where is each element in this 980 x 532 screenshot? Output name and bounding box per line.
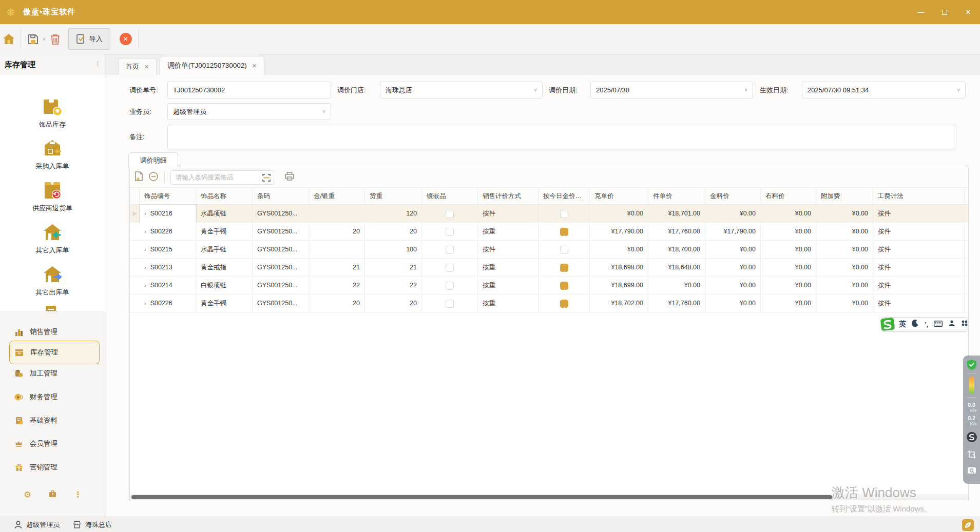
home-button[interactable]	[0, 29, 17, 49]
table-row[interactable]: ›S00214白银项链GYS001250...2222按重¥18,699.00¥…	[130, 277, 969, 294]
unchecked-checkbox-icon[interactable]	[446, 282, 454, 290]
tab-home[interactable]: 首页 ✕	[118, 58, 157, 75]
column-header[interactable]: 金/银重	[309, 188, 365, 205]
grid-cell[interactable]: ¥0.00	[761, 294, 816, 312]
horizontal-scrollbar[interactable]	[130, 494, 968, 500]
grid-cell[interactable]: 按件	[873, 259, 965, 277]
grid-cell[interactable]	[309, 205, 365, 223]
maximize-button[interactable]	[933, 0, 956, 24]
grid-cell[interactable]: 按重	[478, 277, 539, 294]
row-expand-icon[interactable]: ›	[144, 282, 146, 288]
grid-cell[interactable]	[965, 259, 969, 277]
grid-cell[interactable]: 按件	[873, 241, 965, 259]
grid-cell[interactable]: ¥0.00	[705, 259, 761, 277]
grid-cell[interactable]: ¥17,790.00	[705, 223, 761, 241]
current-store[interactable]: 海珠总店	[73, 520, 112, 529]
checked-checkbox-icon[interactable]	[560, 282, 568, 290]
checkbox-cell[interactable]	[422, 294, 478, 312]
ime-language-toggle[interactable]: 英	[899, 320, 906, 329]
current-user[interactable]: 超级管理员	[14, 520, 60, 529]
save-button[interactable]	[24, 29, 42, 49]
grid-cell[interactable]: ¥0.00	[816, 241, 873, 259]
column-header[interactable]: 工费计法	[873, 188, 965, 205]
column-header[interactable]: 附加费	[816, 188, 873, 205]
checkbox-cell[interactable]	[422, 259, 478, 277]
grid-cell[interactable]: 按件	[478, 241, 539, 259]
grid-cell[interactable]: 黄金戒指	[196, 259, 253, 277]
checked-checkbox-icon[interactable]	[560, 300, 568, 308]
salesman-select[interactable]: 超级管理员˅	[167, 103, 331, 120]
grid-cell[interactable]: ¥17,760.00	[648, 223, 705, 241]
grid-cell[interactable]: 120	[365, 205, 422, 223]
row-expand-icon[interactable]: ›	[144, 246, 146, 252]
column-header[interactable]: 销售单价	[965, 188, 969, 205]
grid-cell[interactable]: ¥0.00	[705, 277, 761, 294]
grid-cell[interactable]: ¥0.00	[590, 205, 648, 223]
unchecked-checkbox-icon[interactable]	[446, 300, 454, 308]
unchecked-checkbox-icon[interactable]	[446, 246, 454, 254]
unchecked-checkbox-icon[interactable]	[446, 210, 454, 218]
grid-cell[interactable]	[965, 205, 969, 223]
briefcase-icon[interactable]	[49, 490, 56, 500]
table-row[interactable]: ›S00215水晶手链GYS001250...100按件¥0.00¥18,700…	[130, 241, 969, 259]
barcode-scan-icon[interactable]	[262, 174, 271, 184]
add-row-button[interactable]	[134, 171, 144, 184]
save-dropdown-button[interactable]: ˅	[43, 36, 46, 42]
column-header[interactable]: 克单价	[590, 188, 648, 205]
checkbox-cell[interactable]	[539, 205, 590, 223]
grid-cell[interactable]: ¥0.00	[761, 277, 816, 294]
grid-cell[interactable]: ¥0.00	[705, 241, 761, 259]
ime-input-method-icon[interactable]	[948, 320, 955, 329]
grid-cell-code[interactable]: ›S00215	[140, 241, 196, 259]
delete-button[interactable]	[47, 29, 64, 49]
ime-moon-icon[interactable]	[912, 320, 919, 329]
import-button[interactable]: 导入	[68, 28, 110, 50]
grid-cell[interactable]: 20	[309, 223, 365, 241]
grid-cell[interactable]: 水晶项链	[196, 205, 253, 223]
tab-close-icon[interactable]: ✕	[144, 64, 149, 70]
grid-cell[interactable]: 水晶手链	[196, 241, 253, 259]
store-select[interactable]: 海珠总店˅	[380, 82, 543, 98]
unchecked-checkbox-icon[interactable]	[560, 246, 568, 254]
remove-row-button[interactable]	[148, 171, 159, 184]
menu-item-inventory[interactable]: 库存管理	[9, 341, 100, 364]
grid-cell[interactable]: ¥18,700.00	[648, 241, 705, 259]
grid-cell[interactable]: ¥0.00	[761, 205, 816, 223]
sidebar-collapse-button[interactable]: 〈	[91, 59, 101, 69]
grid-cell[interactable]: 黄金手镯	[196, 294, 253, 312]
checkbox-cell[interactable]	[422, 241, 478, 259]
grid-cell[interactable]: 20	[365, 294, 422, 312]
ime-toolbox-icon[interactable]	[961, 320, 968, 329]
row-expand-icon[interactable]: ›	[144, 210, 146, 216]
row-expand-icon[interactable]: ›	[144, 264, 146, 270]
checkbox-cell[interactable]	[422, 277, 478, 294]
sidebar-item-other-outbound[interactable]: 其它出库单	[0, 264, 105, 297]
tray-compass-button[interactable]	[962, 519, 974, 531]
grid-cell[interactable]: ¥18,701.00	[648, 205, 705, 223]
close-document-button[interactable]: ✕	[120, 33, 132, 45]
sidebar-item-other-inbound[interactable]: 其它入库单	[0, 222, 105, 255]
row-expand-icon[interactable]: ›	[144, 228, 146, 234]
tab-price-adjust[interactable]: 调价单(TJ001250730002) ✕	[160, 56, 264, 75]
sidebar-item-supplier-return[interactable]: 供应商退货单	[0, 180, 105, 213]
grid-cell[interactable]: 按件	[873, 223, 965, 241]
column-header[interactable]: 条码	[253, 188, 309, 205]
grid-cell[interactable]: 按件	[478, 205, 539, 223]
grid-cell[interactable]: 20	[309, 294, 365, 312]
checkbox-cell[interactable]	[539, 277, 590, 294]
close-window-button[interactable]: ✕	[956, 0, 980, 24]
grid-cell[interactable]: ¥0.00	[816, 277, 873, 294]
order-no-input[interactable]: TJ001250730002	[167, 82, 331, 98]
grid-cell[interactable]: ¥0.00	[761, 223, 816, 241]
grid-cell[interactable]: 按件	[873, 277, 965, 294]
checkbox-cell[interactable]	[422, 205, 478, 223]
column-header[interactable]: 饰品名称	[196, 188, 253, 205]
print-button[interactable]	[284, 171, 295, 183]
grid-cell[interactable]: 按件	[873, 205, 965, 223]
grid-cell[interactable]: 22	[365, 277, 422, 294]
unchecked-checkbox-icon[interactable]	[446, 228, 454, 236]
screen-search-icon[interactable]	[967, 466, 976, 474]
column-header[interactable]: 金料价	[705, 188, 761, 205]
grid-cell[interactable]: ¥0.00	[590, 241, 648, 259]
menu-item-finance[interactable]: ¥ 财务管理	[9, 388, 100, 406]
